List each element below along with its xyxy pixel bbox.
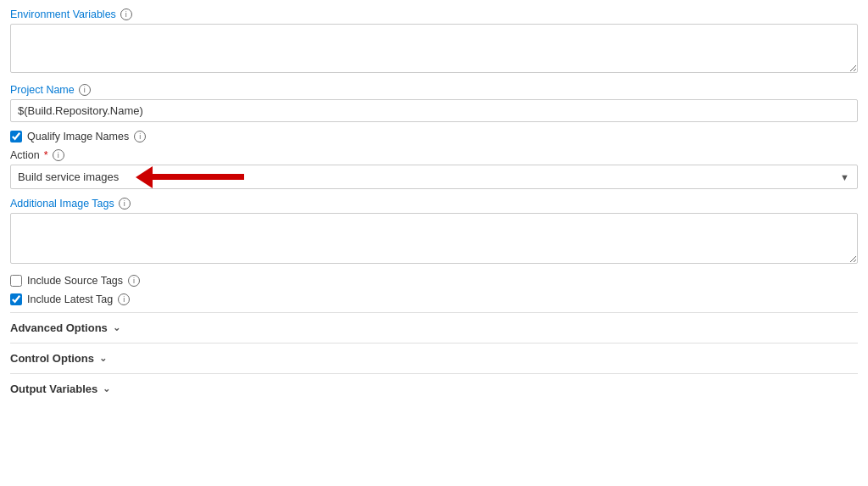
- env-variables-info-icon[interactable]: i: [120, 8, 132, 20]
- advanced-options-chevron-icon: ⌄: [113, 322, 120, 333]
- action-select-container: Build service images Push service images…: [10, 165, 858, 189]
- include-latest-tag-checkbox[interactable]: [10, 293, 22, 305]
- include-latest-tag-row: Include Latest Tag i: [10, 293, 858, 305]
- control-options-chevron-icon: ⌄: [99, 353, 107, 364]
- include-source-tags-checkbox[interactable]: [10, 275, 22, 287]
- env-variables-text: Environment Variables: [10, 8, 116, 20]
- action-select[interactable]: Build service images Push service images…: [10, 165, 858, 189]
- include-latest-tag-info-icon[interactable]: i: [118, 293, 130, 305]
- additional-image-tags-text: Additional Image Tags: [10, 198, 114, 209]
- qualify-image-names-label: Qualify Image Names: [27, 131, 129, 142]
- action-required-star: *: [44, 149, 48, 161]
- action-select-wrapper: Build service images Push service images…: [10, 165, 858, 189]
- additional-image-tags-label: Additional Image Tags i: [10, 198, 858, 209]
- env-variables-label: Environment Variables i: [10, 8, 858, 20]
- project-name-text: Project Name: [10, 84, 75, 96]
- env-variables-group: Environment Variables i: [10, 8, 858, 75]
- qualify-image-names-info-icon[interactable]: i: [134, 131, 146, 142]
- include-source-tags-label: Include Source Tags: [27, 275, 123, 287]
- output-variables-label: Output Variables: [10, 383, 97, 395]
- qualify-image-names-row: Qualify Image Names i: [10, 131, 858, 142]
- include-latest-tag-label: Include Latest Tag: [27, 293, 113, 305]
- project-name-input[interactable]: [10, 99, 858, 122]
- project-name-label: Project Name i: [10, 84, 858, 96]
- env-variables-textarea[interactable]: [10, 24, 858, 73]
- project-name-group: Project Name i: [10, 84, 858, 122]
- include-source-tags-row: Include Source Tags i: [10, 275, 858, 287]
- advanced-options-label: Advanced Options: [10, 321, 108, 334]
- control-options-section[interactable]: Control Options ⌄: [10, 343, 858, 373]
- include-source-tags-info-icon[interactable]: i: [128, 275, 140, 287]
- action-label-text: Action: [10, 149, 40, 161]
- control-options-label: Control Options: [10, 352, 94, 365]
- output-variables-chevron-icon: ⌄: [103, 383, 110, 394]
- additional-image-tags-group: Additional Image Tags i: [10, 198, 858, 266]
- project-name-info-icon[interactable]: i: [79, 84, 91, 96]
- advanced-options-section[interactable]: Advanced Options ⌄: [10, 312, 858, 343]
- action-group: Action * i Build service images Push ser…: [10, 149, 858, 189]
- qualify-image-names-checkbox[interactable]: [10, 131, 22, 142]
- additional-image-tags-info-icon[interactable]: i: [119, 198, 131, 209]
- action-label-row: Action * i: [10, 149, 858, 161]
- output-variables-section[interactable]: Output Variables ⌄: [10, 373, 858, 404]
- action-info-icon[interactable]: i: [53, 149, 64, 161]
- additional-image-tags-textarea[interactable]: [10, 213, 858, 264]
